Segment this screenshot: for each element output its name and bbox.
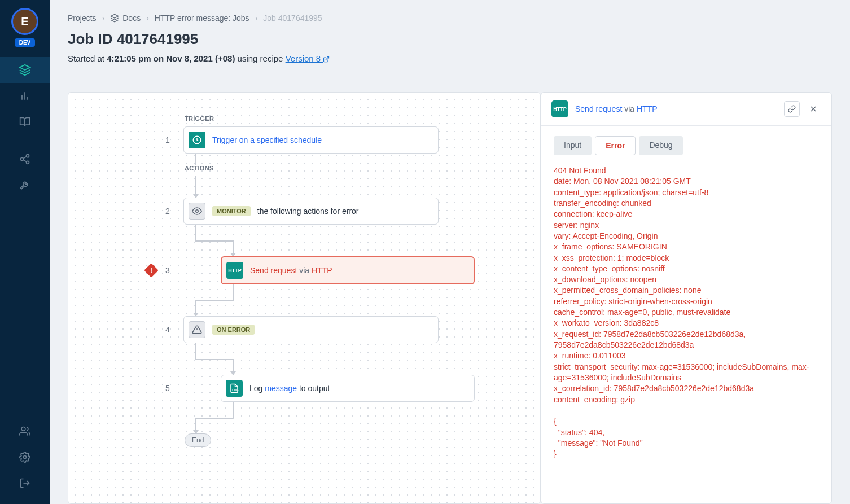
bar-chart-icon bbox=[19, 90, 30, 102]
recipe-version-link[interactable]: Version 8 bbox=[286, 54, 330, 63]
nav-connections[interactable] bbox=[0, 146, 50, 172]
nav-recipes[interactable] bbox=[0, 57, 50, 83]
clock-icon bbox=[189, 132, 205, 148]
connector bbox=[195, 225, 540, 256]
breadcrumb-projects[interactable]: Projects bbox=[68, 14, 97, 23]
step-row-5: 5 LOG Log message to output bbox=[147, 375, 540, 402]
step-text: Send request via HTTP bbox=[250, 266, 332, 275]
step-card-trigger[interactable]: Trigger on a specified schedule bbox=[183, 126, 439, 154]
page-title: Job ID 4017641995 bbox=[68, 30, 832, 48]
svg-marker-0 bbox=[20, 65, 30, 70]
logout-icon bbox=[19, 477, 30, 489]
breadcrumb-current: Job 4017641995 bbox=[263, 14, 322, 23]
recipe-canvas: TRIGGER 1 Trigger on a specified schedul… bbox=[68, 92, 541, 504]
step-card-monitor[interactable]: MONITOR the following actions for error bbox=[183, 198, 439, 225]
connector bbox=[195, 343, 540, 375]
monitor-badge: MONITOR bbox=[212, 206, 251, 216]
connector bbox=[189, 154, 203, 165]
tab-input[interactable]: Input bbox=[554, 136, 592, 155]
chevron-right-icon: › bbox=[102, 14, 105, 23]
book-icon bbox=[19, 116, 30, 128]
tab-error[interactable]: Error bbox=[595, 136, 636, 155]
close-icon bbox=[809, 104, 818, 113]
svg-point-10 bbox=[24, 456, 27, 459]
copy-link-button[interactable] bbox=[784, 101, 800, 117]
nav-library[interactable] bbox=[0, 109, 50, 135]
svg-line-8 bbox=[23, 160, 27, 161]
nav-logout[interactable] bbox=[0, 470, 50, 496]
panel-tabs: Input Error Debug bbox=[554, 136, 819, 155]
error-marker-icon bbox=[144, 263, 158, 277]
step-number: 5 bbox=[161, 384, 174, 393]
section-trigger-label: TRIGGER bbox=[185, 115, 540, 122]
breadcrumb-recipe[interactable]: HTTP error message: Jobs bbox=[155, 14, 249, 23]
http-icon: HTTP bbox=[551, 100, 568, 117]
step-row-3: 3 HTTP Send request via HTTP bbox=[147, 256, 540, 284]
external-link-icon bbox=[323, 56, 330, 63]
step-text: Trigger on a specified schedule bbox=[212, 135, 322, 144]
panel-title: HTTP Send request via HTTP bbox=[551, 100, 658, 117]
nav-team[interactable] bbox=[0, 418, 50, 444]
link-icon bbox=[788, 105, 796, 113]
svg-point-5 bbox=[21, 158, 24, 161]
step-number: 4 bbox=[161, 325, 174, 334]
connector bbox=[233, 402, 540, 433]
end-pill: End bbox=[185, 433, 211, 447]
svg-text:LOG: LOG bbox=[232, 388, 238, 392]
step-text: the following actions for error bbox=[257, 207, 359, 216]
svg-point-6 bbox=[27, 161, 29, 164]
breadcrumb-docs[interactable]: Docs bbox=[110, 14, 141, 23]
warning-icon bbox=[189, 321, 205, 338]
header: Projects › Docs › HTTP error message: Jo… bbox=[50, 0, 850, 73]
step-detail-panel: HTTP Send request via HTTP Input Error D bbox=[541, 92, 832, 504]
step-row-4: 4 ON ERROR bbox=[147, 316, 540, 343]
step-row-2: 2 MONITOR the following actions for erro… bbox=[147, 198, 540, 225]
org-logo-letter: E bbox=[21, 15, 28, 28]
nav-tools[interactable] bbox=[0, 172, 50, 198]
connector bbox=[189, 176, 203, 198]
users-icon bbox=[19, 426, 30, 437]
http-icon: HTTP bbox=[226, 262, 243, 279]
sidebar: E DEV bbox=[0, 0, 50, 504]
log-icon: LOG bbox=[226, 380, 243, 397]
main: Projects › Docs › HTTP error message: Jo… bbox=[50, 0, 850, 504]
org-logo[interactable]: E bbox=[11, 8, 38, 35]
svg-point-15 bbox=[196, 210, 199, 213]
breadcrumb: Projects › Docs › HTTP error message: Jo… bbox=[68, 14, 832, 23]
subheader: Started at 4:21:05 pm on Nov 8, 2021 (+0… bbox=[68, 54, 832, 63]
share-icon bbox=[19, 154, 30, 165]
nav-dashboard[interactable] bbox=[0, 83, 50, 109]
step-card-log[interactable]: LOG Log message to output bbox=[221, 375, 475, 402]
section-actions-label: ACTIONS bbox=[185, 165, 540, 172]
env-badge: DEV bbox=[15, 38, 36, 47]
close-panel-button[interactable] bbox=[805, 101, 821, 117]
job-start-time: 4:21:05 pm on Nov 8, 2021 (+08) bbox=[107, 54, 235, 63]
step-card-http-error[interactable]: HTTP Send request via HTTP bbox=[221, 256, 475, 284]
svg-marker-12 bbox=[111, 14, 119, 18]
wrench-icon bbox=[19, 179, 30, 191]
layers-icon bbox=[19, 64, 31, 76]
content: TRIGGER 1 Trigger on a specified schedul… bbox=[50, 85, 850, 504]
nav-settings[interactable] bbox=[0, 444, 50, 470]
chevron-right-icon: › bbox=[255, 14, 258, 23]
svg-line-13 bbox=[326, 57, 329, 60]
step-text: Log message to output bbox=[249, 384, 330, 393]
step-row-1: 1 Trigger on a specified schedule bbox=[147, 126, 540, 154]
tab-debug[interactable]: Debug bbox=[639, 136, 682, 155]
svg-line-7 bbox=[23, 156, 27, 158]
folder-stack-icon bbox=[110, 14, 119, 23]
error-output: 404 Not Found date: Mon, 08 Nov 2021 08:… bbox=[554, 165, 819, 459]
connector bbox=[233, 284, 540, 316]
svg-point-9 bbox=[21, 427, 25, 431]
step-card-on-error[interactable]: ON ERROR bbox=[183, 316, 439, 343]
panel-body: Input Error Debug 404 Not Found date: Mo… bbox=[541, 126, 831, 503]
panel-header: HTTP Send request via HTTP bbox=[541, 93, 831, 126]
svg-point-4 bbox=[27, 155, 29, 157]
on-error-badge: ON ERROR bbox=[212, 325, 255, 335]
step-number: 3 bbox=[161, 266, 174, 275]
gear-icon bbox=[19, 452, 30, 463]
step-number: 2 bbox=[161, 207, 174, 216]
step-number: 1 bbox=[161, 135, 174, 144]
chevron-right-icon: › bbox=[146, 14, 149, 23]
eye-icon bbox=[189, 203, 205, 220]
